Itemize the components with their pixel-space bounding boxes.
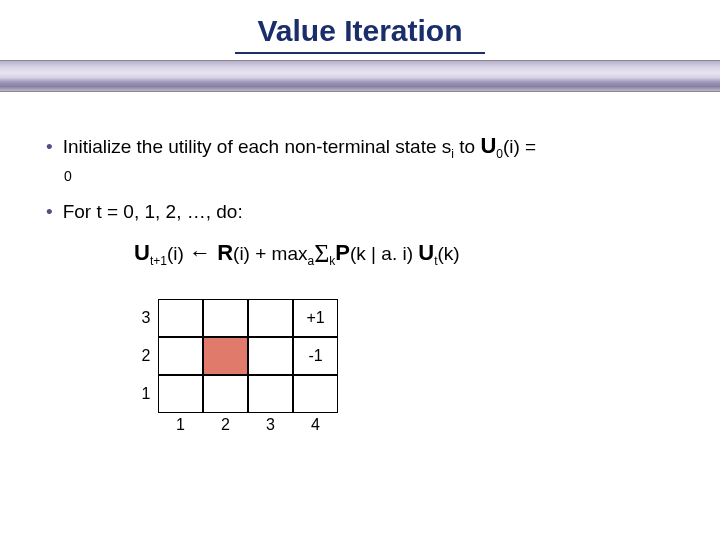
slide-content: •Initialize the utility of each non-term…	[0, 92, 720, 437]
col-label-2: 2	[203, 413, 248, 437]
formula-arrow: ←	[189, 240, 211, 265]
formula-U1sub: t+1	[150, 254, 167, 268]
cell-1-2	[203, 375, 248, 413]
col-label-4: 4	[293, 413, 338, 437]
formula-U1post: (i)	[167, 243, 189, 264]
bullet-dot: •	[46, 201, 53, 222]
formula-Ppost: (k | a. i)	[350, 243, 418, 264]
cell-1-4	[293, 375, 338, 413]
title-underline	[235, 52, 485, 54]
cell-3-3	[248, 299, 293, 337]
cell-1-1	[158, 375, 203, 413]
formula-U2: U	[418, 240, 434, 265]
formula-P: P	[335, 240, 350, 265]
bullet-1-U: U	[480, 133, 496, 158]
cell-2-3	[248, 337, 293, 375]
cell-2-2-obstacle	[203, 337, 248, 375]
cell-3-1	[158, 299, 203, 337]
bullet-1-text-pre: Initialize the utility of each non-termi…	[63, 136, 452, 157]
cell-1-3	[248, 375, 293, 413]
gridworld: 3 +1 2 -1 1 1 2 3 4	[134, 299, 394, 437]
formula-U2post: (k)	[438, 243, 460, 264]
formula-R: R	[211, 240, 233, 265]
cell-3-2	[203, 299, 248, 337]
col-label-3: 3	[248, 413, 293, 437]
row-label-3: 3	[134, 299, 158, 337]
row-label-2: 2	[134, 337, 158, 375]
bullet-1: •Initialize the utility of each non-term…	[46, 132, 674, 162]
grid-corner	[134, 413, 158, 437]
formula-U1: U	[134, 240, 150, 265]
sigma-icon: Σ	[314, 239, 329, 268]
bullet-1-mid: to	[454, 136, 480, 157]
bullet-1-zero: 0	[46, 168, 674, 184]
decorative-band	[0, 60, 720, 92]
bullet-2: •For t = 0, 1, 2, …, do:	[46, 200, 674, 225]
cell-2-4-pit: -1	[293, 337, 338, 375]
bullet-dot: •	[46, 136, 53, 157]
bullet-1-post: (i) =	[503, 136, 536, 157]
bullet-1-Usub: 0	[496, 147, 503, 161]
cell-2-1	[158, 337, 203, 375]
col-label-1: 1	[158, 413, 203, 437]
formula-Rpost: (i) + max	[233, 243, 307, 264]
value-iteration-formula: Ut+1(i) ← R(i) + maxaΣkP(k | a. i) Ut(k)	[46, 239, 674, 269]
row-label-1: 1	[134, 375, 158, 413]
grid: 3 +1 2 -1 1 1 2 3 4	[134, 299, 394, 437]
slide-title: Value Iteration	[0, 0, 720, 52]
bullet-2-text: For t = 0, 1, 2, …, do:	[63, 201, 243, 222]
cell-3-4-goal: +1	[293, 299, 338, 337]
